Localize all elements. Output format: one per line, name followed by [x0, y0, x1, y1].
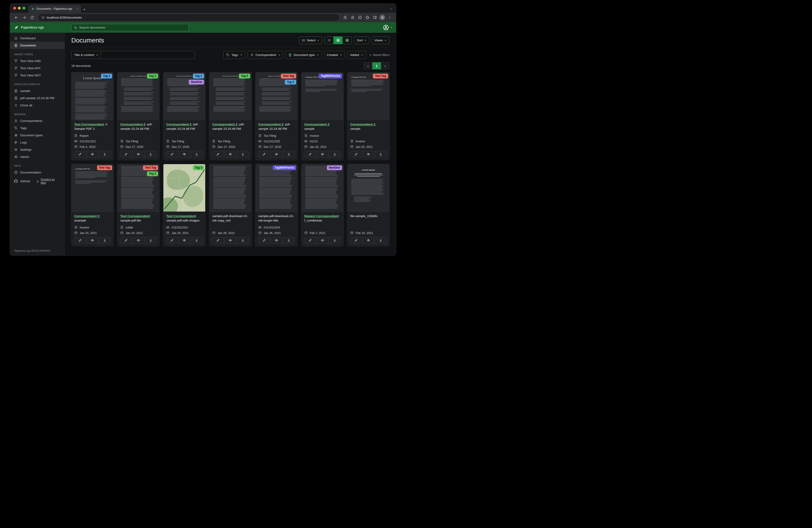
correspondent-link[interactable]: Correspondent 2 [304, 123, 329, 126]
filter-button-tags[interactable]: Tags [223, 51, 245, 59]
document-thumbnail[interactable]: TagWithPartial [256, 164, 298, 212]
document-thumbnail[interactable]: Adobe Acrobat PDF FilesTest TagTag 2 [256, 72, 298, 120]
tag-badge-tag-3[interactable]: Tag 3 [147, 74, 158, 79]
sidebar-item-document-types[interactable]: Document types [10, 132, 64, 139]
browser-menu-kebab-icon[interactable] [386, 14, 393, 21]
sidebar-link-suggest-an-idea[interactable]: Suggest an idea [36, 178, 60, 184]
edit-button[interactable] [74, 237, 86, 244]
sidebar-item-logs[interactable]: Logs [10, 139, 64, 146]
tag-badge-tag-3[interactable]: Tag 3 [239, 74, 250, 79]
document-thumbnail[interactable] [209, 164, 251, 212]
sidebar-item-documents[interactable]: Documents [10, 42, 64, 49]
filter-button-correspondent[interactable]: Correspondent [247, 51, 283, 59]
edit-button[interactable] [304, 237, 316, 244]
filter-button-added[interactable]: Added [347, 51, 366, 59]
download-button[interactable] [329, 237, 341, 244]
correspondent-link[interactable]: Test Correspondent [120, 214, 150, 218]
select-button[interactable]: Select [299, 37, 322, 44]
sidebar-item-github[interactable]: GitHubSuggest an idea [10, 176, 64, 186]
browser-tab[interactable]: Documents - Paperless-ngx [29, 5, 81, 13]
document-thumbnail[interactable]: A Simple PDF FileTest Tag [72, 164, 113, 212]
tag-badge-test-tag[interactable]: Test Tag [281, 74, 296, 79]
sort-button[interactable]: Sort [354, 37, 369, 44]
preview-button[interactable] [270, 151, 282, 157]
filter-button-document-type[interactable]: Document type [286, 51, 322, 59]
download-button[interactable] [236, 237, 249, 244]
correspondent-link[interactable]: Correspondent 2 [258, 123, 284, 126]
profile-icon[interactable] [379, 14, 386, 21]
download-button[interactable] [236, 151, 249, 157]
edit-button[interactable] [74, 151, 86, 157]
zoom-window-button[interactable] [23, 7, 25, 10]
tab-search-chevron-icon[interactable] [389, 8, 392, 11]
tag-badge-tag-2[interactable]: Tag 2 [193, 74, 204, 79]
user-menu[interactable] [383, 25, 392, 30]
tag-badge-test-tag[interactable]: Test Tag [373, 74, 388, 79]
pagination-next-button[interactable]: » [381, 62, 390, 69]
preview-button[interactable] [132, 237, 144, 244]
app-brand[interactable]: Paperless-ngx [14, 25, 44, 30]
preview-button[interactable] [316, 151, 329, 157]
download-button[interactable] [144, 237, 157, 244]
tag-badge-tag-3[interactable]: Tag 3 [147, 171, 158, 176]
sidebar-item-sample[interactable]: sample [10, 87, 64, 95]
sidebar-item-test-view-not[interactable]: Test View NOT [10, 72, 64, 79]
document-thumbnail[interactable]: A Simple PDF FileTagWithPartial [302, 72, 343, 120]
tag-badge-test-tag[interactable]: Test Tag [143, 165, 158, 170]
correspondent-link[interactable]: Correspondent 2 [212, 123, 237, 126]
preview-button[interactable] [362, 151, 374, 157]
view-list-button[interactable] [324, 37, 334, 44]
edit-button[interactable] [258, 151, 270, 157]
document-thumbnail[interactable]: A Simple PDF FileTest Tag [348, 72, 389, 120]
tag-badge-tag-3[interactable]: Tag 3 [193, 165, 204, 170]
edit-button[interactable] [120, 151, 132, 157]
title-content-query-input[interactable] [101, 51, 195, 59]
preview-button[interactable] [270, 237, 282, 244]
tag-badge-newone[interactable]: NewOne [189, 80, 204, 85]
close-window-button[interactable] [13, 7, 16, 10]
edit-button[interactable] [350, 237, 362, 244]
download-button[interactable] [329, 151, 341, 157]
correspondent-link[interactable]: Test Correspondent [166, 214, 196, 218]
download-button[interactable] [190, 151, 203, 157]
document-thumbnail[interactable]: Lorem IpsumTag 2 [72, 72, 113, 120]
document-thumbnail[interactable]: Adobe Acrobat PDF FilesTag 2NewOne [163, 72, 205, 120]
correspondent-link[interactable]: Correspondent 2 [120, 123, 145, 126]
correspondent-link[interactable]: Newest Correspondent [304, 214, 339, 218]
preview-button[interactable] [362, 237, 374, 244]
reset-filters-button[interactable]: Reset filters [369, 53, 390, 57]
preview-button[interactable] [132, 151, 144, 157]
correspondent-link[interactable]: Correspondent 2 [350, 123, 375, 126]
pagination-prev-button[interactable]: « [364, 62, 372, 69]
correspondent-link[interactable]: Test Correspondent [74, 123, 104, 126]
reload-button[interactable] [29, 14, 35, 21]
correspondent-link[interactable]: Correspondent 2 [74, 214, 99, 218]
edit-button[interactable] [258, 237, 270, 244]
preview-button[interactable] [86, 151, 98, 157]
tab-close-icon[interactable] [77, 8, 79, 10]
sidebar-item-tags[interactable]: Tags [10, 125, 64, 132]
document-thumbnail[interactable]: Lorem ipsum [348, 164, 389, 212]
page-info-icon[interactable] [357, 14, 363, 21]
filter-button-created[interactable]: Created [324, 51, 345, 59]
tag-badge-test-tag[interactable]: Test Tag [97, 165, 112, 170]
views-button[interactable]: Views [372, 37, 390, 44]
site-info-icon[interactable] [41, 16, 45, 19]
tag-badge-tagwithpartial[interactable]: TagWithPartial [273, 165, 296, 170]
title-content-dropdown[interactable]: Title & content [71, 51, 101, 59]
sidebar-item-pdf-sample-10-24-48-pm[interactable]: pdf-sample 10.24.48 PM [10, 95, 64, 102]
document-thumbnail[interactable]: Adobe Acrobat PDF FilesTag 3 [117, 72, 159, 120]
edit-button[interactable] [120, 237, 132, 244]
sidebar-item-correspondents[interactable]: Correspondents [10, 117, 64, 125]
view-details-button[interactable] [343, 37, 352, 44]
sidebar-item-admin[interactable]: Admin [10, 153, 64, 160]
global-search[interactable] [71, 24, 189, 31]
edit-button[interactable] [304, 151, 316, 157]
document-thumbnail[interactable]: Tag 3 [163, 164, 205, 212]
minimize-window-button[interactable] [18, 7, 21, 10]
edit-button[interactable] [212, 237, 224, 244]
tag-badge-newone[interactable]: NewOne [327, 165, 342, 170]
sidebar-item-dashboard[interactable]: Dashboard [10, 34, 64, 42]
extensions-icon[interactable] [364, 14, 371, 21]
edit-button[interactable] [350, 151, 362, 157]
